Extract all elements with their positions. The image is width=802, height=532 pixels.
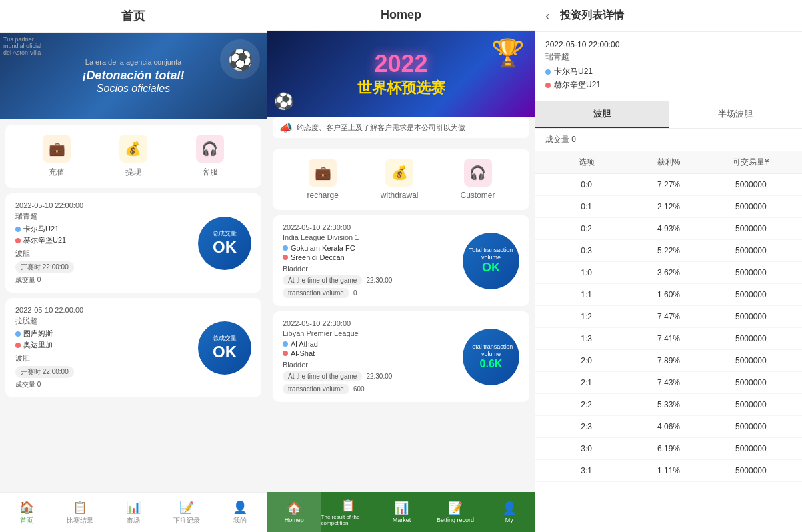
right-title: 投资列表详情 bbox=[560, 9, 624, 23]
td-profit: 3.62% bbox=[627, 268, 709, 277]
trans-badge-2: transaction volume bbox=[283, 384, 349, 394]
td-tradable: 5000000 bbox=[710, 378, 792, 387]
nav-market[interactable]: 📊 市场 bbox=[107, 493, 160, 532]
match-card-left-2[interactable]: 2022-05-10 22:00:00 拉脱超 图库姆斯 奥达里加 波胆 开赛时… bbox=[5, 298, 261, 397]
table-row[interactable]: 0:3 5.22% 5000000 bbox=[535, 240, 802, 262]
mid-team-dot-1b bbox=[283, 255, 288, 260]
match-card-left-1[interactable]: 2022-05-10 22:00:00 瑞青超 卡尔马U21 赫尔辛堡U21 波… bbox=[5, 193, 261, 293]
mid-match-datetime-2: 2022-05-10 22:30:00 bbox=[283, 319, 457, 327]
th-profit: 获利% bbox=[627, 157, 709, 168]
td-option: 0:3 bbox=[545, 246, 627, 255]
mid-nav-results-label: The result of the competition bbox=[321, 514, 375, 526]
td-tradable: 5000000 bbox=[710, 334, 792, 343]
match-league-2: 拉脱超 bbox=[15, 316, 191, 326]
left-actions: 💼 充值 💰 提现 🎧 客服 bbox=[5, 125, 261, 188]
mid-nav-home[interactable]: 🏠 Homep bbox=[267, 492, 321, 532]
mid-nav-my[interactable]: 👤 My bbox=[482, 492, 535, 532]
mid-customer-icon: 🎧 bbox=[464, 159, 492, 187]
open-time-badge-2: 开赛时 22:00:00 bbox=[15, 366, 74, 378]
table-body: 0:0 7.27% 5000000 0:1 2.12% 5000000 0:2 … bbox=[535, 174, 802, 532]
match-cards-left: 2022-05-10 22:00:00 瑞青超 卡尔马U21 赫尔辛堡U21 波… bbox=[0, 193, 267, 532]
td-profit: 4.93% bbox=[627, 224, 709, 233]
volume-row: 成交量 0 bbox=[535, 129, 802, 151]
td-option: 1:1 bbox=[545, 290, 627, 299]
table-row[interactable]: 0:2 4.93% 5000000 bbox=[535, 218, 802, 240]
bottom-nav-left: 🏠 首页 📋 比赛结果 📊 市场 📝 下注记录 👤 我的 bbox=[0, 492, 267, 532]
mid-trans-row-1: transaction volume 0 bbox=[283, 288, 457, 298]
mid-withdraw-action[interactable]: 💰 withdrawal bbox=[381, 159, 419, 200]
mid-nav-market[interactable]: 📊 Market bbox=[375, 492, 429, 532]
banner-sub1: La era de la agencia conjunta bbox=[83, 58, 185, 66]
mid-team-dot-2a bbox=[283, 341, 288, 347]
tab-bodao[interactable]: 波胆 bbox=[535, 101, 669, 128]
table-row[interactable]: 1:2 7.47% 5000000 bbox=[535, 306, 802, 328]
table-row[interactable]: 3:1 1.11% 5000000 bbox=[535, 460, 802, 482]
td-option: 0:0 bbox=[545, 180, 627, 189]
mid-customer-action[interactable]: 🎧 Customer bbox=[461, 159, 495, 200]
td-option: 2:3 bbox=[545, 422, 627, 431]
at-game-badge-2: At the time of the game bbox=[283, 371, 362, 381]
detail-team-b: 赫尔辛堡U21 bbox=[545, 79, 792, 91]
table-row[interactable]: 0:1 2.12% 5000000 bbox=[535, 196, 802, 218]
nav-my[interactable]: 👤 我的 bbox=[213, 493, 267, 532]
table-row[interactable]: 1:0 3.62% 5000000 bbox=[535, 262, 802, 284]
table-row[interactable]: 1:3 7.41% 5000000 bbox=[535, 328, 802, 350]
tab-half-bodao[interactable]: 半场波胆 bbox=[669, 101, 802, 128]
mid-match-team-1b: Sreenidi Deccan bbox=[283, 253, 457, 261]
mid-match-league-2: Libyan Premier League bbox=[283, 329, 457, 337]
withdraw-action[interactable]: 💰 提现 bbox=[119, 135, 147, 178]
nav-market-label: 市场 bbox=[127, 516, 140, 525]
nav-home[interactable]: 🏠 首页 bbox=[0, 493, 53, 532]
td-option: 1:0 bbox=[545, 268, 627, 277]
mid-match-datetime-1: 2022-05-10 22:30:00 bbox=[283, 223, 457, 231]
td-option: 2:1 bbox=[545, 378, 627, 387]
left-panel: 首页 La era de la agencia conjunta ¡Detona… bbox=[0, 0, 267, 532]
mid-recharge-action[interactable]: 💼 recharge bbox=[307, 159, 338, 200]
recharge-action[interactable]: 💼 充值 bbox=[43, 135, 71, 178]
table-row[interactable]: 2:0 7.89% 5000000 bbox=[535, 350, 802, 372]
wallet-icon: 💼 bbox=[43, 135, 71, 163]
td-tradable: 5000000 bbox=[710, 444, 792, 453]
mid-badge-row-2: At the time of the game 22:30:00 bbox=[283, 371, 457, 381]
middle-header: Homep bbox=[267, 0, 535, 31]
match-team-2b: 奥达里加 bbox=[15, 340, 191, 350]
customer-action[interactable]: 🎧 客服 bbox=[196, 135, 224, 178]
back-button[interactable]: ‹ bbox=[545, 8, 550, 23]
td-tradable: 5000000 bbox=[710, 312, 792, 321]
table-row[interactable]: 3:0 6.19% 5000000 bbox=[535, 438, 802, 460]
match-datetime-2: 2022-05-10 22:00:00 bbox=[15, 306, 191, 314]
nav-results-label: 比赛结果 bbox=[67, 516, 93, 525]
mid-nav-results[interactable]: 📋 The result of the competition bbox=[321, 492, 375, 532]
open-time-badge-1: 开赛时 22:00:00 bbox=[15, 261, 74, 273]
table-row[interactable]: 2:3 4.06% 5000000 bbox=[535, 416, 802, 438]
nav-records-label: 下注记录 bbox=[173, 516, 200, 525]
mid-nav-betting[interactable]: 📝 Betting record bbox=[429, 492, 483, 532]
team-dot-blue-2 bbox=[15, 331, 21, 337]
customer-label: 客服 bbox=[202, 167, 218, 178]
match-card-mid-2[interactable]: 2022-05-10 22:30:00 Libyan Premier Leagu… bbox=[273, 311, 529, 402]
td-option: 2:0 bbox=[545, 356, 627, 365]
left-banner: La era de la agencia conjunta ¡Detonació… bbox=[0, 33, 267, 119]
mid-match-team-2b: Al-Shat bbox=[283, 349, 457, 357]
mid-trans-row-2: transaction volume 600 bbox=[283, 384, 457, 394]
match-card-mid-1[interactable]: 2022-05-10 22:30:00 India League Divisio… bbox=[273, 215, 529, 306]
mid-nav-home-label: Homep bbox=[285, 517, 304, 523]
at-game-time-1: 22:30:00 bbox=[366, 277, 392, 284]
td-tradable: 5000000 bbox=[710, 290, 792, 299]
table-row[interactable]: 1:1 1.60% 5000000 bbox=[535, 284, 802, 306]
banner-worldcup: 世界杯预选赛 bbox=[357, 78, 445, 98]
mid-recharge-label: recharge bbox=[307, 191, 338, 200]
table-row[interactable]: 2:2 5.33% 5000000 bbox=[535, 394, 802, 416]
nav-results[interactable]: 📋 比赛结果 bbox=[53, 493, 107, 532]
nav-records[interactable]: 📝 下注记录 bbox=[160, 493, 213, 532]
mid-nav-my-label: My bbox=[505, 517, 513, 523]
middle-panel: Homep 2022 世界杯预选赛 🏆 ⚽ 📣 约态度、客户至上及了解客户需求是… bbox=[267, 0, 535, 532]
td-tradable: 5000000 bbox=[710, 246, 792, 255]
records-icon: 📝 bbox=[179, 500, 194, 515]
mid-match-league-1: India League Division 1 bbox=[283, 233, 457, 241]
table-row[interactable]: 0:0 7.27% 5000000 bbox=[535, 174, 802, 196]
table-header: 选项 获利% 可交易量¥ bbox=[535, 151, 802, 174]
td-profit: 7.27% bbox=[627, 180, 709, 189]
total-circle-1: Total transaction volume OK bbox=[463, 233, 519, 289]
table-row[interactable]: 2:1 7.43% 5000000 bbox=[535, 372, 802, 394]
